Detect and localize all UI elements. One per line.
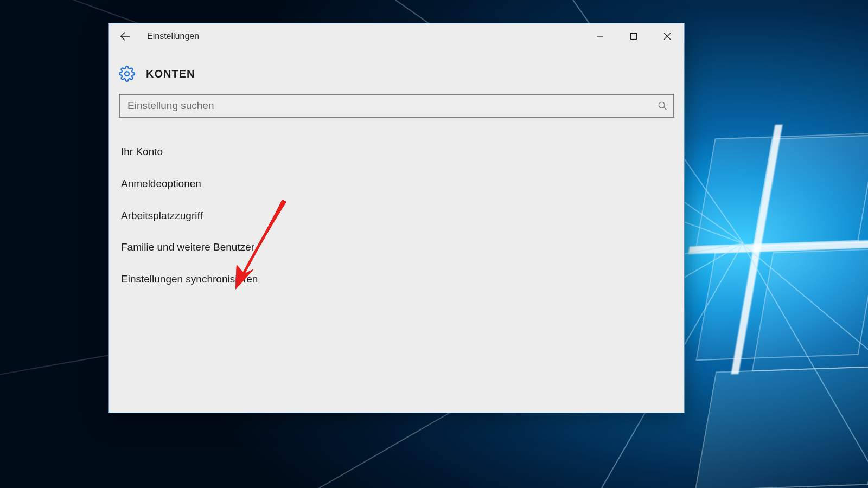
nav-item-workplace-access[interactable]: Arbeitsplatzzugriff [109, 200, 684, 232]
gear-icon [119, 66, 135, 82]
minimize-button[interactable] [583, 23, 617, 49]
maximize-button[interactable] [617, 23, 650, 49]
nav-item-your-account[interactable]: Ihr Konto [109, 136, 684, 168]
titlebar: Einstellungen [109, 23, 684, 49]
close-icon [663, 33, 671, 40]
window-controls [583, 23, 684, 49]
section-header: KONTEN [109, 49, 684, 94]
search-icon [657, 100, 668, 111]
nav-item-sync-settings[interactable]: Einstellungen synchronisieren [109, 264, 684, 296]
back-button[interactable] [112, 23, 138, 49]
maximize-icon [630, 33, 637, 40]
section-title: KONTEN [146, 68, 195, 80]
nav-item-family-other-users[interactable]: Familie und weitere Benutzer [109, 232, 684, 264]
search-input[interactable] [127, 95, 657, 117]
svg-rect-2 [631, 34, 637, 40]
back-arrow-icon [119, 30, 131, 42]
window-title: Einstellungen [147, 31, 199, 41]
search-box[interactable] [119, 94, 674, 118]
settings-nav-list: Ihr Konto Anmeldeoptionen Arbeitsplatzzu… [109, 123, 684, 296]
svg-point-5 [125, 72, 129, 76]
svg-point-6 [659, 102, 665, 108]
settings-window: Einstellungen KONTEN [108, 23, 685, 413]
minimize-icon [596, 33, 604, 40]
nav-item-signin-options[interactable]: Anmeldeoptionen [109, 168, 684, 200]
svg-line-7 [664, 107, 667, 110]
close-button[interactable] [650, 23, 684, 49]
